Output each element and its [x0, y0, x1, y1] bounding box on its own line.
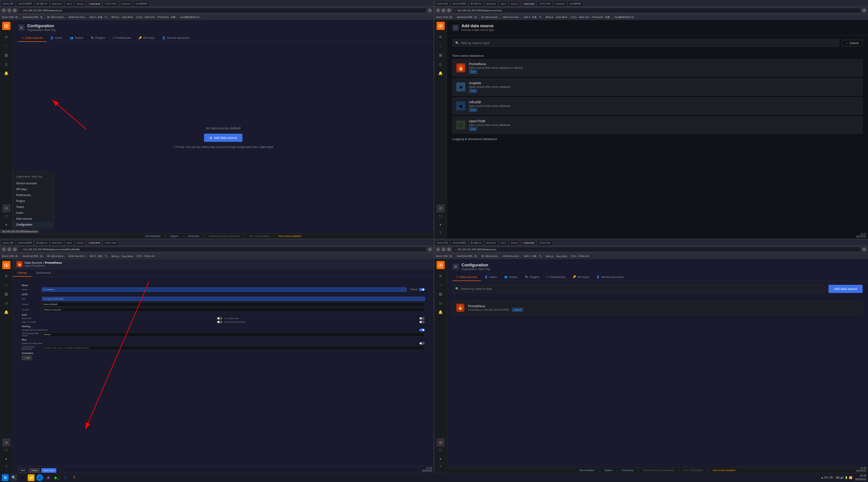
- sidebar-alerts-br[interactable]: 🔔: [436, 308, 445, 316]
- ds-search-input[interactable]: 🔍 Filter by name or type: [453, 39, 839, 47]
- sidebar-search-tr[interactable]: ⊕: [436, 33, 445, 41]
- back-button-prom[interactable]: Back: [18, 468, 28, 473]
- refresh-button[interactable]: ↻: [13, 8, 17, 12]
- sidebar-help-br[interactable]: ?: [436, 463, 445, 471]
- bm-bl-jquery[interactable]: jQuery 安装 | 菜...: [2, 255, 20, 258]
- bm-tr-linux[interactable]: 第八届Linux命令...: [481, 15, 500, 19]
- address-bar-bottom-right[interactable]: ⚠ 192.168.220.200:3000/datasources: [453, 247, 861, 252]
- alertmanager-input[interactable]: [42, 332, 425, 336]
- bm-elinks[interactable]: elinks linux 命令...: [68, 15, 87, 19]
- tab-bl-mockjs[interactable]: Mock.js: [75, 240, 86, 245]
- timeout-input[interactable]: [42, 308, 425, 312]
- bm-br-easymock[interactable]: Easy Mock: [556, 255, 567, 258]
- forward-btn-br[interactable]: ›: [441, 247, 445, 251]
- bm-tr-easymock[interactable]: Easy Mock: [556, 16, 567, 19]
- sidebar-config-br[interactable]: ⚙: [436, 439, 445, 447]
- back-btn-bl[interactable]: ‹: [2, 247, 6, 251]
- support-link-br[interactable]: Support: [604, 469, 612, 472]
- tab-mockjs[interactable]: Mock.js: [75, 1, 86, 6]
- start-button[interactable]: ⊞: [2, 474, 9, 481]
- tab-processon[interactable]: ProcessOn: [119, 1, 133, 6]
- ds-item-prometheus[interactable]: 🔥 Prometheus Open source time series dat…: [453, 59, 863, 76]
- sidebar-shield-tr[interactable]: 🛡: [436, 213, 445, 221]
- delete-button-prom[interactable]: Delete: [29, 468, 40, 473]
- bm-bl-easymock[interactable]: Easy Mock: [122, 255, 133, 258]
- bm-br-vant[interactable]: Vant 4 - 轻量、可...: [524, 255, 543, 258]
- tab-r-mockjs[interactable]: Mock.js: [509, 1, 520, 6]
- sidebar-config-tr[interactable]: ⚙: [436, 204, 445, 213]
- tab-br-apikeys[interactable]: 🔑 API keys: [569, 274, 593, 281]
- sidebar-shield-bl[interactable]: 🛡: [2, 447, 10, 455]
- chrome-icon[interactable]: [45, 474, 52, 481]
- ds-item-graphite[interactable]: ◈ Graphite Open source time series datab…: [453, 78, 863, 96]
- back-btn-br[interactable]: ‹: [436, 247, 440, 251]
- add-ds-btn-br[interactable]: Add data source: [829, 285, 863, 293]
- bm-tr-mockjs[interactable]: Mock.js: [546, 16, 553, 19]
- add-ds-button[interactable]: ⊕ Add data source: [204, 134, 243, 142]
- file-explorer[interactable]: 📁: [28, 474, 34, 481]
- tab-vant[interactable]: Vant 4: [64, 1, 74, 6]
- refresh-btn-br[interactable]: ↻: [447, 247, 451, 251]
- tab-mysql[interactable]: mysql数据库: [133, 1, 149, 6]
- sidebar-shield-br[interactable]: 🛡: [436, 447, 445, 455]
- sidebar-item-star[interactable]: ☆: [2, 42, 10, 50]
- tab-jquery[interactable]: jQuery 安装: [1, 1, 16, 6]
- forward-button[interactable]: ›: [7, 8, 11, 12]
- br-search-input[interactable]: 🔍 Search by name or type: [453, 285, 825, 293]
- bm-mysql[interactable]: mysql数据库的方式...: [180, 15, 202, 19]
- sidebar-star-bl[interactable]: ☆: [2, 281, 10, 289]
- add-exemplar-button[interactable]: + Add: [22, 356, 32, 360]
- sidebar-explore-bl[interactable]: ◎: [2, 299, 10, 307]
- bm-tr-elinks[interactable]: elinks linux 命令...: [503, 15, 521, 19]
- custom-params-input[interactable]: [42, 346, 425, 350]
- bm-vant[interactable]: Vant 4 - 轻量、可...: [89, 15, 109, 19]
- sidebar-item-config[interactable]: ⚙: [2, 204, 10, 213]
- tab-bl-gitee[interactable]: 工作台-Gitee: [102, 240, 119, 245]
- sidebar-alerts-tr[interactable]: 🔔: [436, 69, 445, 77]
- tab-service-accounts[interactable]: 👤 Service accounts: [158, 34, 193, 42]
- tab-r-processon[interactable]: ProcessOn: [553, 1, 567, 6]
- bm-gitee[interactable]: 工作台 - Gitee.com: [136, 15, 155, 19]
- tab-br-gitee[interactable]: 工作台-Gitee: [537, 240, 553, 245]
- sidebar-item-explore[interactable]: ◎: [2, 60, 10, 68]
- tab-gitee[interactable]: 工作台-Gitee: [102, 1, 119, 6]
- browser-icon[interactable]: e: [36, 474, 43, 481]
- tab-br-mockjs[interactable]: Mock.js: [509, 240, 520, 245]
- tab-r-elinks[interactable]: elinks linux: [484, 1, 498, 6]
- sidebar-explore-br[interactable]: ◎: [436, 299, 445, 307]
- taskview-button[interactable]: ⧉: [19, 474, 26, 481]
- bm-tr-vant[interactable]: Vant 4 - 轻量、可...: [524, 15, 543, 19]
- tab-linux[interactable]: 第八届Linux: [34, 1, 50, 6]
- support-link[interactable]: Support: [170, 235, 178, 237]
- tab-br-datasources[interactable]: ⬡ Data sources: [453, 274, 481, 281]
- tab-br-jquery[interactable]: jQuery 安装: [435, 240, 450, 245]
- sidebar-alerts-bl[interactable]: 🔔: [2, 308, 10, 316]
- config-popup-datasources[interactable]: Data sources: [13, 216, 53, 222]
- config-popup-users[interactable]: Users: [13, 210, 53, 216]
- tab-r-linux[interactable]: 第八届Linux: [468, 1, 484, 6]
- bookmark-button[interactable]: ☆: [428, 8, 432, 12]
- config-popup-configuration[interactable]: Configuration: [13, 222, 53, 228]
- back-button[interactable]: ‹: [2, 8, 6, 12]
- bm-bl-elinks[interactable]: elinks linux 命令...: [68, 255, 87, 258]
- grafana-logo-tr[interactable]: [436, 22, 445, 30]
- sidebar-search-bl[interactable]: ⊕: [2, 272, 10, 280]
- sidebar-item-alerts[interactable]: 🔔: [2, 69, 10, 77]
- sidebar-star-tr[interactable]: ☆: [436, 42, 445, 50]
- prom-tab-dashboards[interactable]: Dashboards: [32, 269, 55, 277]
- sidebar-item-shield[interactable]: 🛡: [2, 213, 10, 221]
- update-link[interactable]: New version available!: [279, 235, 301, 237]
- tab-br-vant[interactable]: Vant 4: [499, 240, 508, 245]
- manage-alerts-toggle[interactable]: [419, 329, 425, 331]
- sidebar-dash-tr[interactable]: ▦: [436, 51, 445, 59]
- config-popup-plugins[interactable]: Plugins: [13, 198, 53, 204]
- tab-r-vant[interactable]: Vant 4: [499, 1, 508, 6]
- tab-bl-js[interactable]: JavaScript简明: [16, 240, 34, 245]
- bm-br-mockjs[interactable]: Mock.js: [546, 255, 553, 258]
- sidebar-item-user[interactable]: ●: [2, 221, 10, 229]
- sidebar-user-tr[interactable]: ●: [436, 221, 445, 229]
- bm-bl-vant[interactable]: Vant 4 - 轻量、可...: [89, 255, 109, 258]
- sidebar-user-bl[interactable]: ●: [2, 455, 10, 463]
- bm-br-jquery[interactable]: jQuery 安装 | 菜...: [436, 255, 454, 258]
- sidebar-star-br[interactable]: ☆: [436, 281, 445, 289]
